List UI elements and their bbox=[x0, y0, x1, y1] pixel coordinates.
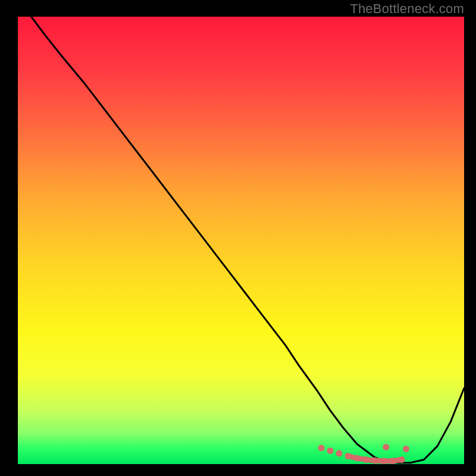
chart-container: TheBottleneck.com bbox=[0, 0, 476, 476]
highlight-point bbox=[336, 450, 343, 457]
highlight-point bbox=[363, 456, 369, 463]
highlight-point bbox=[399, 456, 405, 463]
highlight-point bbox=[345, 453, 352, 459]
highlight-point bbox=[383, 444, 389, 450]
highlight-point bbox=[318, 444, 325, 451]
highlight-point bbox=[403, 446, 409, 452]
highlight-point bbox=[372, 458, 378, 464]
highlight-point bbox=[354, 455, 361, 462]
highlight-point bbox=[327, 447, 334, 454]
highlight-point bbox=[381, 458, 387, 464]
highlight-point bbox=[390, 458, 396, 464]
watermark-label: TheBottleneck.com bbox=[350, 1, 464, 17]
bottleneck-chart bbox=[0, 0, 476, 476]
